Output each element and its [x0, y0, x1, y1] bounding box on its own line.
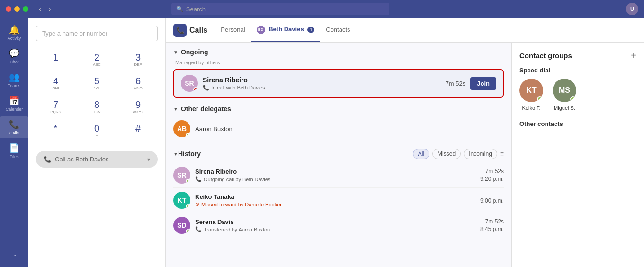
sirena-history-info: Sirena Ribeiro 📞 Outgoing call by Beth D…	[195, 168, 475, 182]
tab-personal[interactable]: Personal	[215, 19, 250, 41]
search-icon: 🔍	[176, 6, 183, 12]
sidebar-item-activity[interactable]: 🔔 Activity	[0, 22, 28, 44]
dialer-panel: 1 2 ABC 3 DEF 4 GHI 5 JKL 6 MNO	[28, 18, 166, 267]
serena-history-info: Serena Davis 📞 Transferred by Aaron Buxt…	[195, 218, 475, 232]
teams-icon: 👥	[9, 72, 19, 82]
sidebar-item-calls[interactable]: 📞 Calls	[0, 116, 28, 138]
search-input[interactable]	[186, 6, 385, 13]
speed-dial-label: Speed dial	[519, 67, 636, 74]
sirena-history-status	[186, 179, 190, 184]
window-controls	[6, 6, 28, 12]
delegates-toggle[interactable]: ▼	[173, 107, 178, 112]
sidebar-item-label: Activity	[8, 36, 21, 41]
filter-incoming-button[interactable]: Incoming	[464, 149, 497, 159]
keiko-sd-name: Keiko T.	[522, 105, 541, 111]
keiko-sd-avatar: KT	[519, 79, 543, 102]
search-bar[interactable]: 🔍	[171, 3, 389, 15]
sidebar-item-chat[interactable]: 💬 Chat	[0, 45, 28, 67]
tab-contacts[interactable]: Contacts	[320, 19, 356, 41]
filter-all-button[interactable]: All	[413, 149, 429, 159]
ongoing-section: ▼ Ongoing Managed by others SR Sirena Ri…	[173, 48, 504, 98]
dial-key-5[interactable]: 5 JKL	[77, 72, 116, 94]
user-avatar[interactable]: U	[626, 3, 638, 15]
dial-key-7[interactable]: 7 PQRS	[36, 96, 75, 118]
main-content: 📞 Calls Personal BD Beth Davies 1 Contac…	[166, 18, 644, 267]
dial-key-4[interactable]: 4 GHI	[36, 72, 75, 94]
filter-options-icon[interactable]: ≡	[500, 150, 504, 158]
sidebar-item-label: Chat	[9, 60, 18, 64]
serena-history-sub: 📞 Transferred by Aaron Buxton	[195, 226, 475, 232]
history-toggle[interactable]: ▼	[173, 151, 178, 157]
miguel-sd-status	[570, 96, 576, 102]
back-button[interactable]: ‹	[36, 4, 44, 14]
panel-header: Contact groups +	[519, 50, 636, 61]
call-status-dot	[193, 87, 198, 92]
speed-dial-list: KT Keiko T. MS Miguel S.	[519, 79, 636, 111]
dial-key-hash[interactable]: #	[118, 120, 158, 142]
ongoing-call-card: SR Sirena Ribeiro 📞 In call with Beth Da…	[173, 69, 504, 98]
dial-key-3[interactable]: 3 DEF	[118, 49, 158, 71]
dial-key-8[interactable]: 8 TUV	[77, 96, 116, 118]
calendar-icon: 📅	[9, 96, 19, 106]
titlebar: ‹ › 🔍 ··· U	[0, 0, 644, 18]
dial-key-0[interactable]: 0 +	[77, 120, 116, 142]
filter-missed-button[interactable]: Missed	[432, 149, 461, 159]
transfer-icon: 📞	[195, 226, 202, 232]
more-options-button[interactable]: ···	[613, 5, 622, 13]
join-button[interactable]: Join	[470, 77, 496, 90]
sirena-time: 9:20 p.m.	[480, 176, 504, 182]
sidebar-item-calendar[interactable]: 📅 Calender	[0, 93, 28, 115]
sirena-history-sub: 📞 Outgoing call by Beth Davies	[195, 176, 475, 182]
speed-dial-keiko[interactable]: KT Keiko T.	[519, 79, 543, 111]
phone-icon: 📞	[44, 156, 51, 163]
caller-name: Sirena Ribeiro	[203, 76, 441, 84]
dialer-input[interactable]	[36, 26, 158, 41]
speed-dial-miguel[interactable]: MS Miguel S.	[553, 79, 576, 111]
call-sub: 📞 In call with Beth Davies	[203, 85, 441, 91]
history-section: ▼ History All Missed Incoming ≡ SR	[173, 149, 504, 238]
keiko-history-sub: ⊗ Missed forward by Danielle Booker	[195, 201, 475, 207]
tab-beth-davies[interactable]: BD Beth Davies 1	[251, 19, 321, 42]
tab-bar: 📞 Calls Personal BD Beth Davies 1 Contac…	[166, 18, 644, 43]
right-panel: Contact groups + Speed dial KT Keiko T.	[511, 43, 644, 267]
chat-icon: 💬	[9, 48, 19, 59]
keiko-history-status	[186, 204, 190, 209]
serena-history-status	[186, 229, 190, 234]
minimize-dot[interactable]	[14, 6, 20, 12]
history-item-keiko: KT Keiko Tanaka ⊗ Missed forward by Dani…	[173, 188, 504, 213]
dial-key-9[interactable]: 9 WXYZ	[118, 96, 158, 118]
sidebar-item-files[interactable]: 📄 Files	[0, 140, 28, 162]
ongoing-header: ▼ Ongoing	[173, 48, 504, 56]
beth-avatar: BD	[257, 26, 265, 34]
history-header-row: ▼ History All Missed Incoming ≡	[173, 149, 504, 159]
ongoing-toggle[interactable]: ▼	[173, 50, 178, 55]
activity-icon: 🔔	[9, 25, 19, 35]
miguel-sd-avatar: MS	[553, 79, 576, 102]
keiko-history-name: Keiko Tanaka	[195, 193, 475, 200]
sidebar-more-button[interactable]: ...	[12, 249, 16, 259]
keiko-time: 9:00 p.m.	[480, 197, 504, 204]
calls-main: ▼ Ongoing Managed by others SR Sirena Ri…	[166, 43, 511, 267]
sidebar: 🔔 Activity 💬 Chat 👥 Teams 📅 Calender 📞 C…	[0, 18, 28, 267]
dial-key-star[interactable]: *	[36, 120, 75, 142]
maximize-dot[interactable]	[23, 6, 28, 12]
tab-badge: 1	[307, 27, 314, 33]
keiko-sd-status	[537, 96, 543, 102]
main-layout: 🔔 Activity 💬 Chat 👥 Teams 📅 Calender 📞 C…	[0, 18, 644, 267]
call-button-label: Call as Beth Davies	[55, 156, 108, 163]
sirena-history-avatar: SR	[173, 167, 190, 184]
call-as-button[interactable]: 📞 Call as Beth Davies ▾	[36, 151, 158, 168]
dial-key-6[interactable]: 6 MNO	[118, 72, 158, 94]
dial-key-2[interactable]: 2 ABC	[77, 49, 116, 71]
forward-button[interactable]: ›	[46, 4, 54, 14]
titlebar-right: ··· U	[613, 3, 638, 15]
nav-buttons: ‹ ›	[36, 4, 54, 14]
sidebar-bottom: ...	[12, 249, 16, 263]
sirena-history-name: Sirena Ribeiro	[195, 168, 475, 175]
sidebar-item-teams[interactable]: 👥 Teams	[0, 69, 28, 91]
dial-key-1[interactable]: 1	[36, 49, 75, 71]
close-dot[interactable]	[6, 6, 11, 12]
sidebar-item-label: Teams	[8, 83, 21, 88]
add-contact-group-button[interactable]: +	[631, 50, 636, 61]
keiko-history-avatar: KT	[173, 192, 190, 209]
